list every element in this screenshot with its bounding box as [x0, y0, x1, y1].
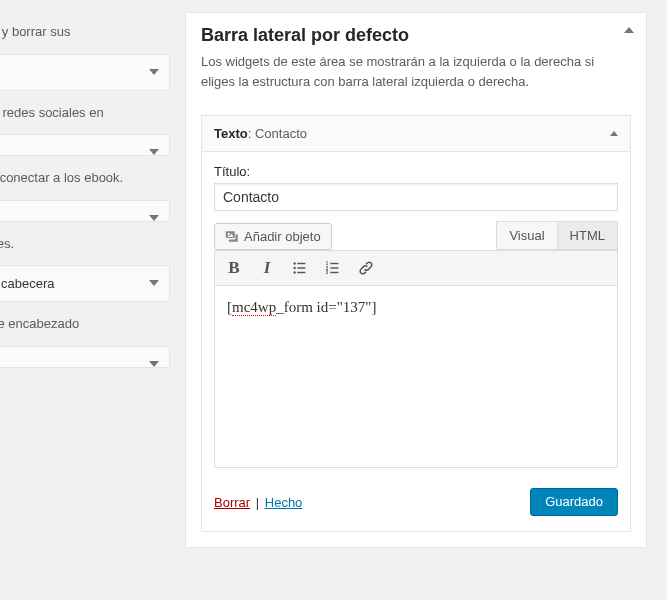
chevron-down-icon — [149, 361, 159, 367]
add-media-label: Añadir objeto — [244, 229, 321, 244]
list-ul-icon — [291, 259, 309, 277]
link-button[interactable] — [351, 254, 381, 282]
sidebar-area-header[interactable]: Barra lateral por defecto Los widgets de… — [186, 13, 646, 103]
chevron-up-icon — [624, 27, 634, 33]
left-widget-head-1[interactable]: les — [0, 54, 170, 91]
svg-point-4 — [293, 271, 295, 273]
delete-link[interactable]: Borrar — [214, 495, 250, 510]
left-desc-2: tir en redes sociales en — [0, 103, 170, 123]
editor-tabs: Visual HTML — [497, 221, 618, 250]
widget-type-label: Texto — [214, 126, 248, 141]
left-desc-1: idget y borrar sus — [0, 22, 170, 42]
svg-rect-9 — [330, 267, 338, 268]
title-field-label: Título: — [214, 164, 618, 179]
link-divider: | — [256, 495, 259, 510]
widget-title-input[interactable] — [214, 183, 618, 211]
svg-point-2 — [293, 267, 295, 269]
number-list-button[interactable]: 123 — [318, 254, 348, 282]
bullet-list-button[interactable] — [285, 254, 315, 282]
svg-rect-5 — [297, 272, 305, 273]
italic-button[interactable]: I — [252, 254, 282, 282]
editor-content[interactable]: [mc4wp_form id="137"] — [214, 286, 618, 468]
chevron-down-icon — [149, 280, 159, 286]
sidebar-area-desc: Los widgets de este área se mostrarán a … — [201, 52, 631, 91]
chevron-down-icon — [149, 69, 159, 75]
widget-text-contacto: Texto: Contacto Título: Añadir objeto — [201, 115, 631, 532]
left-desc-3: para conectar a los ebook. — [0, 168, 170, 188]
svg-rect-1 — [297, 263, 305, 264]
bold-button[interactable]: B — [219, 254, 249, 282]
list-ol-icon: 123 — [324, 259, 342, 277]
shortcode-text: mc4wp — [232, 299, 276, 316]
left-widget-head-3[interactable] — [0, 200, 170, 222]
svg-text:3: 3 — [326, 270, 329, 275]
svg-rect-11 — [330, 272, 338, 273]
left-widget-head-4[interactable]: de cabecera — [0, 265, 170, 302]
add-media-button[interactable]: Añadir objeto — [214, 223, 332, 250]
link-icon — [357, 259, 375, 277]
tab-visual[interactable]: Visual — [496, 221, 557, 250]
tab-html[interactable]: HTML — [557, 221, 618, 250]
svg-rect-7 — [330, 263, 338, 264]
widget-header[interactable]: Texto: Contacto — [202, 116, 630, 152]
left-head-label-4: de cabecera — [0, 276, 55, 291]
left-sidebar-fragment: idget y borrar sus les tir en redes soci… — [0, 0, 170, 600]
done-link[interactable]: Hecho — [265, 495, 303, 510]
chevron-down-icon — [149, 149, 159, 155]
left-desc-4: ociales. — [0, 234, 170, 254]
svg-rect-3 — [297, 267, 305, 268]
left-widget-head-5[interactable] — [0, 346, 170, 368]
svg-point-0 — [293, 262, 295, 264]
sidebar-area-box: Barra lateral por defecto Los widgets de… — [185, 12, 647, 548]
left-desc-5: tilo de encabezado — [0, 314, 170, 334]
chevron-up-icon — [610, 131, 618, 136]
widget-name-label: Contacto — [255, 126, 307, 141]
sidebar-area-title: Barra lateral por defecto — [201, 25, 631, 46]
save-button[interactable]: Guardado — [530, 488, 618, 516]
left-widget-head-2[interactable] — [0, 134, 170, 156]
media-icon — [225, 229, 240, 244]
shortcode-rest: _form id="137"] — [276, 299, 376, 315]
chevron-down-icon — [149, 215, 159, 221]
editor-toolbar: B I 123 — [214, 250, 618, 286]
